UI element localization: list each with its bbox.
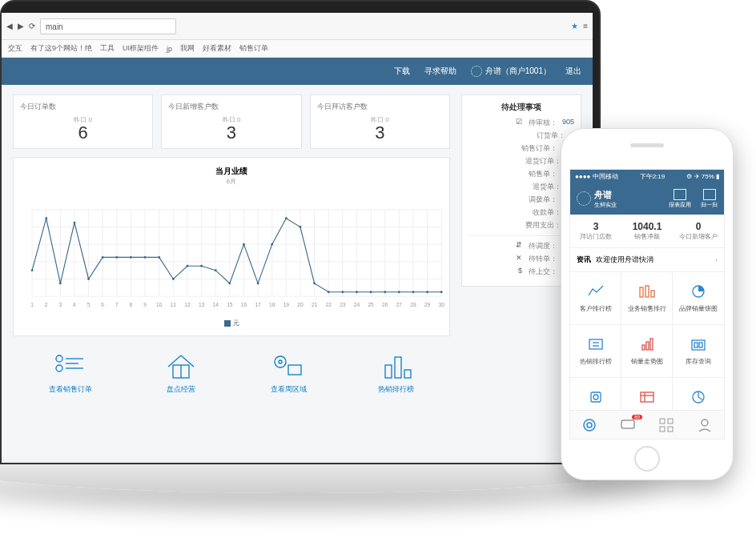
reload-icon[interactable]: ⟳ — [29, 22, 35, 30]
bookmark[interactable]: 工具 — [100, 43, 115, 54]
grid-icon — [658, 417, 674, 433]
phone-stat-visits[interactable]: 3拜访门店数 — [570, 215, 621, 247]
chevron-right-icon: › — [715, 256, 718, 264]
svg-text:16: 16 — [241, 302, 247, 307]
house-icon — [165, 354, 197, 379]
svg-rect-130 — [621, 420, 634, 428]
stat-card-new-customers: 今日新增客户数 昨日 0 3 — [161, 94, 301, 149]
stat-card-orders: 今日订单数 昨日 0 6 — [13, 94, 153, 149]
bookmark[interactable]: jp — [167, 45, 172, 53]
phone-frame: ●●●● 中国移动 下午2:19 ⚙ ✈ 75% ▮ 舟谱 生鲜实业 报表应用 … — [561, 128, 734, 480]
nav-user[interactable]: 舟谱（商户1001） — [471, 66, 551, 77]
user-icon — [697, 417, 713, 433]
shortcut-weekly-region[interactable]: 查看周区域 — [271, 352, 307, 395]
svg-text:2: 2 — [45, 302, 48, 307]
svg-text:13: 13 — [199, 302, 205, 307]
nav-help[interactable]: 寻求帮助 — [424, 66, 456, 77]
menu-icon[interactable]: ≡ — [583, 22, 588, 30]
svg-rect-110 — [645, 286, 649, 297]
svg-point-78 — [200, 265, 203, 267]
header-action-report[interactable]: 报表应用 — [669, 189, 691, 209]
svg-rect-120 — [694, 343, 698, 347]
phone-grid-客户排行榜[interactable]: 客户排行榜 — [570, 272, 621, 325]
browser-toolbar: ◀ ▶ ⟳ main ★ ≡ — [2, 13, 593, 40]
chart-title: 当月业绩 — [18, 166, 444, 177]
svg-text:1: 1 — [30, 302, 34, 307]
bookmark[interactable]: 好看素材 — [203, 43, 231, 54]
scan-icon — [703, 189, 716, 200]
svg-text:20: 20 — [297, 302, 304, 307]
svg-text:10: 10 — [156, 302, 163, 307]
svg-point-81 — [243, 243, 245, 246]
bookmark[interactable]: 有了这9个网站！绝 — [30, 43, 92, 54]
bookmark[interactable]: 销售订单 — [239, 43, 268, 54]
shortcut-view-orders[interactable]: 查看销售订单 — [49, 352, 92, 395]
bookmark[interactable]: UI框架组件 — [123, 43, 159, 54]
svg-point-87 — [328, 291, 330, 293]
phone-function-grid: 客户排行榜业务销售排行品牌销量饼图热销排行榜销量走势图库存查询商品档案客户档案收… — [570, 272, 724, 431]
phone-tab-bar: 80 — [570, 410, 724, 439]
nav-logout[interactable]: 退出 — [565, 66, 581, 77]
line-chart-svg: 1234567891011121314151617181920212223242… — [18, 189, 444, 317]
address-bar[interactable]: main — [40, 18, 176, 34]
tab-home[interactable] — [581, 417, 597, 433]
svg-text:23: 23 — [340, 302, 346, 307]
svg-point-69 — [74, 222, 76, 224]
tab-profile[interactable] — [697, 417, 713, 433]
bar-chart-icon — [380, 354, 412, 379]
shortcut-inventory[interactable]: 盘点经营 — [163, 352, 199, 395]
phone-grid-品牌销量饼图[interactable]: 品牌销量饼图 — [673, 272, 724, 325]
phone-stat-sales[interactable]: 1040.1销售净额 — [621, 215, 673, 247]
phone-news-bar[interactable]: 资讯 欢迎使用舟谱快消 › — [570, 248, 724, 272]
report-icon — [674, 189, 686, 200]
phone-grid-销量走势图[interactable]: 销量走势图 — [621, 325, 673, 378]
svg-rect-106 — [385, 365, 392, 378]
svg-point-128 — [584, 420, 595, 431]
svg-text:6: 6 — [101, 302, 104, 307]
grid-icon — [638, 336, 656, 352]
svg-rect-124 — [641, 392, 653, 402]
nav-back-icon[interactable]: ◀ — [6, 22, 13, 30]
phone-stat-new-customers[interactable]: 0今日新增客户 — [673, 215, 724, 247]
svg-point-89 — [356, 291, 358, 293]
svg-point-77 — [187, 265, 189, 267]
phone-grid-库存查询[interactable]: 库存查询 — [673, 325, 724, 378]
svg-text:5: 5 — [87, 302, 90, 307]
nav-forward-icon[interactable]: ▶ — [18, 22, 24, 30]
signal-icon: ●●●● — [575, 173, 590, 180]
svg-text:4: 4 — [73, 302, 76, 307]
svg-rect-116 — [642, 345, 645, 350]
svg-text:17: 17 — [255, 302, 261, 307]
chat-icon — [620, 417, 636, 433]
header-action-scan[interactable]: 归一归 — [701, 189, 718, 209]
svg-text:26: 26 — [382, 302, 388, 307]
check-icon: ☑ — [516, 118, 522, 128]
svg-text:19: 19 — [284, 302, 290, 307]
svg-rect-132 — [668, 419, 673, 424]
shortcut-hot-ranking[interactable]: 热销排行榜 — [378, 352, 414, 395]
svg-point-67 — [45, 217, 47, 219]
news-tag: 资讯 — [577, 255, 591, 265]
svg-point-85 — [300, 226, 302, 228]
svg-text:21: 21 — [312, 302, 318, 307]
svg-text:15: 15 — [227, 302, 233, 307]
grid-icon — [690, 336, 707, 352]
svg-text:22: 22 — [326, 302, 332, 307]
phone-home-button[interactable] — [634, 446, 660, 472]
svg-point-84 — [285, 217, 288, 219]
star-icon[interactable]: ★ — [571, 22, 578, 30]
phone-grid-业务销售排行[interactable]: 业务销售排行 — [621, 272, 673, 325]
svg-point-70 — [87, 278, 90, 280]
bookmark[interactable]: 我网 — [180, 43, 195, 54]
svg-point-71 — [102, 256, 104, 259]
grid-icon — [587, 283, 605, 299]
nav-download[interactable]: 下载 — [394, 66, 410, 77]
stat-label: 今日订单数 — [20, 102, 146, 112]
svg-rect-133 — [660, 427, 665, 432]
phone-grid-热销排行榜[interactable]: 热销排行榜 — [570, 325, 621, 378]
tab-apps[interactable] — [658, 417, 674, 433]
bookmark[interactable]: 交互 — [8, 43, 22, 54]
svg-rect-108 — [404, 370, 411, 378]
svg-rect-113 — [589, 339, 602, 349]
tab-messages[interactable]: 80 — [620, 417, 636, 433]
